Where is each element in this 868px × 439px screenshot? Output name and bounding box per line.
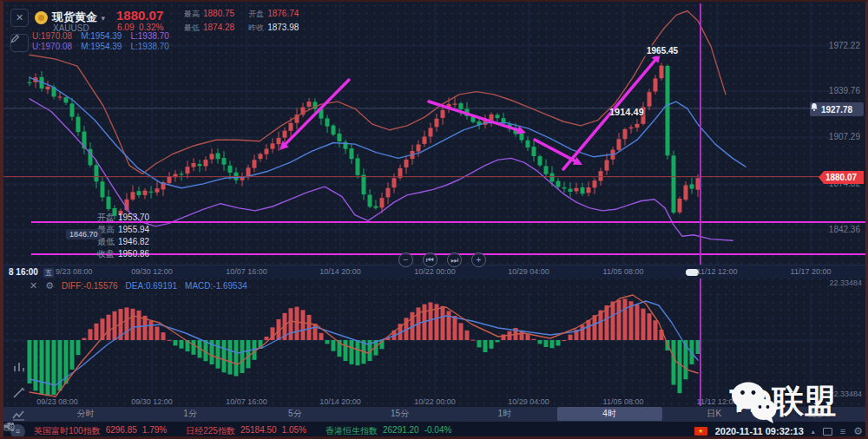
current-bar-time: 8 16:00 [9, 267, 38, 277]
ticker-pct: 1.79% [142, 425, 167, 437]
ohlc-label: 收盘 [97, 249, 115, 259]
boll-value: L:1938.70 [130, 42, 169, 51]
ticker-pct: -0.04% [424, 425, 452, 437]
ticker-items: 英国富时100指数6296.851.79%日经225指数25184.501.05… [34, 425, 470, 437]
watermark: TD联盟 [729, 380, 836, 423]
time-axis-label: 10/29 04:00 [508, 267, 549, 276]
sound-icon[interactable] [3, 422, 15, 431]
macd-time-axis-label: 10/07 16:00 [226, 397, 267, 406]
list-view-icon[interactable]: ≡ [840, 426, 845, 436]
caret-up-icon[interactable]: ▴ [812, 428, 815, 436]
weekday-badge: 五 [43, 268, 54, 278]
timeframe-tab-4时[interactable]: 4时 [557, 407, 662, 421]
price-axis-label: 1939.76 [829, 86, 860, 95]
close-indicator-icon[interactable]: ✕ [30, 280, 37, 292]
time-axis-label: 10/22 00:00 [414, 267, 456, 276]
quote-stats: 最高1880.75开盘1876.74最低1874.28昨收1873.98 [184, 9, 299, 34]
stat-value: 1873.98 [267, 23, 299, 32]
macd-value: MACD:-1.69534 [185, 281, 247, 291]
macd-time-axis-label: 09/23 08:00 [36, 397, 78, 406]
ohlc-label: 开盘 [97, 213, 115, 222]
chart-nav-controls: −⏮⏭+ [398, 252, 486, 267]
symbol-name: 现货黄金 [52, 10, 97, 23]
ohlc-row: 开盘1953.70 [97, 212, 149, 224]
timeframe-tab-1时[interactable]: 1时 [452, 407, 557, 421]
macd-indicator-header: ✕ ⚙ DIFF:-0.15576 DEA:0.69191 MACD:-1.69… [30, 280, 247, 292]
bell-icon [810, 102, 819, 112]
timeframe-tab-1分[interactable]: 1分 [138, 407, 243, 421]
timeframe-tab-5分[interactable]: 5分 [243, 407, 348, 421]
china-flag-icon: ★ [694, 427, 707, 436]
stat-value: 1876.74 [267, 9, 299, 18]
timeframe-tab-分时[interactable]: 分时 [33, 407, 138, 421]
last-price: 1880.07 [116, 8, 163, 23]
pencil-icon [10, 34, 20, 43]
diff-value: DIFF:-0.15576 [62, 281, 117, 291]
boll-value: U:1970.08 [32, 42, 72, 51]
price-axis-label: 1972.22 [829, 41, 860, 50]
time-axis-label: 10/07 16:00 [226, 267, 267, 276]
macd-time-axis-label: 09/30 12:00 [131, 397, 173, 406]
go-start-button[interactable]: ⏮ [423, 252, 437, 267]
time-axis-label: 09/30 12:00 [131, 267, 173, 276]
stat-label: 最高 [184, 9, 200, 20]
ohlc-value: 1950.86 [118, 249, 149, 259]
stat-label: 开盘 [248, 9, 264, 20]
quote-stat: 开盘1876.74 [248, 9, 299, 20]
ohlc-row: 最低1946.82 [97, 236, 149, 248]
ohlc-value: 1953.70 [118, 213, 149, 222]
zoom-in-button[interactable]: + [471, 252, 486, 267]
indicator-settings-icon[interactable]: ⚙ [45, 280, 54, 292]
settings-gear-icon[interactable]: ⚙ [853, 425, 863, 437]
price-alert-tag[interactable]: 1927.78 [810, 102, 864, 116]
ticker-value: 25184.50 [240, 425, 277, 437]
stat-label: 昨收 [248, 23, 264, 34]
ticker-value: 26291.20 [383, 425, 419, 437]
ohlc-value: 1955.94 [118, 225, 149, 234]
stat-label: 最低 [184, 23, 200, 34]
ticker-item[interactable]: 日经225指数25184.501.05% [186, 425, 306, 437]
boll-value: L:1938.70 [130, 31, 169, 41]
clock-datetime: 2020-11-11 09:32:13 [715, 426, 804, 436]
bollinger-values-row2: U:1970.08M:1954.39L:1938.70 [32, 42, 178, 51]
draw-tool-button[interactable] [10, 34, 29, 52]
bollinger-values-row1: U:1970.08M:1954.39L:1938.70 [32, 31, 178, 41]
timeframe-tab-15分[interactable]: 15分 [347, 407, 452, 421]
quote-stat: 最高1880.75 [184, 9, 234, 20]
ohlc-row: 最高1955.94 [97, 224, 149, 236]
time-axis-label: 10/14 20:00 [319, 267, 361, 276]
ticker-name: 日经225指数 [186, 425, 235, 437]
boll-value: M:1954.39 [81, 31, 122, 41]
quote-stat: 最低1874.28 [184, 23, 234, 34]
price-axis-label: 1907.29 [829, 132, 860, 141]
time-axis-label: 11/17 20:00 [791, 267, 832, 276]
ohlc-row: 收盘1950.86 [97, 248, 149, 260]
trading-app-window: ✕ 现货黄金 ▾ XAUUSD 1880.07 6.09 0.32% 最高188… [0, 0, 868, 439]
dea-value: DEA:0.69191 [126, 281, 178, 291]
ticker-value: 6296.85 [106, 425, 137, 437]
chevron-down-icon: ▾ [101, 14, 105, 23]
macd-time-axis-label: 11/05 08:00 [603, 397, 644, 406]
macd-time-axis-label: 10/29 04:00 [508, 397, 549, 406]
stat-value: 1880.75 [203, 9, 234, 18]
ticker-item[interactable]: 英国富时100指数6296.851.79% [34, 425, 167, 437]
stat-value: 1874.28 [203, 23, 234, 32]
macd-axis-top: 22.33484 [829, 278, 862, 287]
current-bar-date: 9/23 08:00 [56, 267, 93, 276]
window-mode-icon[interactable] [823, 428, 832, 436]
close-icon: ✕ [16, 12, 23, 23]
peak-price-label: 1965.45 [643, 45, 681, 56]
ticker-pct: 1.05% [282, 425, 306, 437]
macd-time-axis-label: 10/14 20:00 [319, 397, 361, 406]
zoom-out-button[interactable]: − [398, 252, 413, 267]
go-end-button[interactable]: ⏭ [447, 252, 462, 267]
ticker-name: 英国富时100指数 [34, 425, 101, 437]
wechat-logo-icon [729, 380, 778, 425]
ticker-item[interactable]: 香港恒生指数26291.20-0.04% [326, 425, 451, 437]
time-axis-label: 11/05 08:00 [603, 267, 644, 276]
close-chart-button[interactable]: ✕ [10, 9, 29, 27]
last-price-tag: 1880.07 [819, 171, 864, 184]
mid-price-label: 1914.49 [609, 107, 644, 117]
gold-coin-icon [35, 11, 48, 24]
ticker-name: 香港恒生指数 [326, 425, 378, 437]
